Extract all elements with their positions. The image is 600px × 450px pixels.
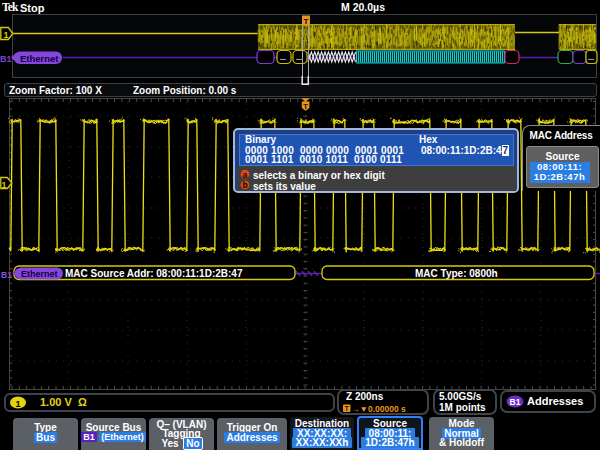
svg-text:MAC Source Addr: 08:00:11:1D:2: MAC Source Addr: 08:00:11:1D:2B:47 bbox=[65, 268, 243, 279]
svg-text:B1: B1 bbox=[510, 397, 521, 407]
svg-text:T: T bbox=[345, 405, 350, 412]
svg-text:→▼0.00000 s: →▼0.00000 s bbox=[351, 404, 406, 414]
svg-text:b: b bbox=[243, 180, 248, 190]
svg-text:1: 1 bbox=[16, 399, 21, 409]
svg-text:Ethernet: Ethernet bbox=[21, 269, 58, 279]
svg-text:a: a bbox=[243, 170, 248, 180]
svg-text:MAC Type: 0800h: MAC Type: 0800h bbox=[415, 268, 498, 279]
svg-text:B1: B1 bbox=[1, 270, 12, 280]
